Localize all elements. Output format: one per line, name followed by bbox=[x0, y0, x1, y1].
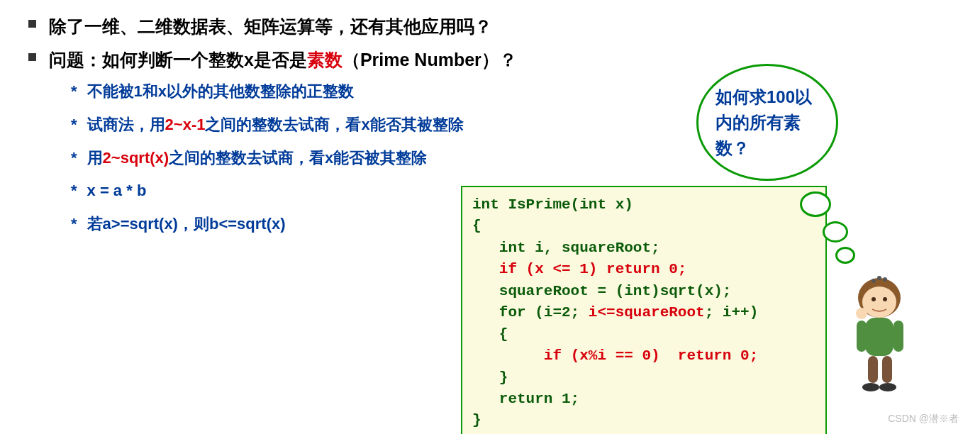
main-bullet-1: 除了一维、二维数据表、矩阵运算等，还有其他应用吗？ bbox=[49, 14, 492, 39]
code-l6r: i<=squareRoot bbox=[589, 304, 705, 321]
main-bullet-2: 问题：如何判断一个整数x是否是素数（Prime Number）？ bbox=[49, 48, 517, 72]
code-l5: squareRoot = (int)sqrt(x); bbox=[472, 283, 731, 299]
s2a: 试商法，用 bbox=[87, 116, 165, 133]
code-l11: } bbox=[472, 412, 481, 428]
s2b: 之间的整数去试商，看x能否其被整除 bbox=[205, 116, 463, 133]
code-l8r: if (x%i == 0) return 0; bbox=[544, 347, 758, 364]
svg-rect-12 bbox=[882, 356, 892, 383]
thinking-character-icon bbox=[838, 271, 923, 399]
s2-red: 2~x-1 bbox=[165, 116, 206, 133]
star-bullet: * bbox=[71, 215, 77, 233]
code-l2: { bbox=[472, 218, 481, 234]
thought-dot-3 bbox=[835, 247, 855, 264]
thought-dot-2 bbox=[823, 221, 848, 243]
svg-point-1 bbox=[862, 286, 896, 318]
svg-rect-7 bbox=[865, 318, 893, 356]
code-l6a: for (i=2; bbox=[472, 304, 589, 321]
b2-red: 素数 bbox=[307, 50, 343, 69]
sub-1: 不能被1和x以外的其他数整除的正整数 bbox=[87, 81, 354, 103]
code-l4r: if (x <= 1) return 0; bbox=[499, 261, 687, 277]
s3a: 用 bbox=[87, 149, 103, 167]
code-l7: { bbox=[472, 326, 508, 343]
svg-point-10 bbox=[856, 308, 867, 319]
sub-3: 用2~sqrt(x)之间的整数去试商，看x能否被其整除 bbox=[87, 148, 428, 169]
code-l4a bbox=[472, 261, 499, 277]
code-l1: int IsPrime(int x) bbox=[472, 196, 633, 213]
code-block: int IsPrime(int x) { int i, squareRoot; … bbox=[461, 186, 827, 434]
code-l3: int i, squareRoot; bbox=[472, 240, 660, 256]
svg-rect-9 bbox=[893, 321, 903, 352]
svg-point-14 bbox=[879, 383, 896, 391]
svg-point-5 bbox=[877, 276, 881, 280]
star-bullet: * bbox=[71, 182, 77, 200]
star-bullet: * bbox=[71, 116, 77, 134]
watermark: CSDN @潜※者 bbox=[888, 413, 959, 425]
code-l8a bbox=[472, 347, 544, 364]
code-l6b: ; i++) bbox=[705, 304, 759, 321]
bullet-square bbox=[28, 20, 36, 28]
sub-5: 若a>=sqrt(x)，则b<=sqrt(x) bbox=[87, 213, 286, 235]
svg-point-2 bbox=[872, 297, 876, 301]
bullet-square bbox=[28, 53, 36, 61]
svg-point-3 bbox=[883, 297, 887, 301]
star-bullet: * bbox=[71, 149, 77, 167]
s3-red: 2~sqrt(x) bbox=[103, 149, 169, 167]
thought-dot-1 bbox=[800, 191, 831, 217]
svg-point-13 bbox=[862, 383, 879, 391]
code-l9: } bbox=[472, 369, 508, 386]
sub-4: x = a * b bbox=[87, 180, 147, 202]
svg-point-4 bbox=[872, 279, 876, 283]
s3b: 之间的整数去试商，看x能否被其整除 bbox=[169, 149, 427, 167]
star-bullet: * bbox=[71, 82, 77, 101]
svg-point-6 bbox=[883, 277, 887, 282]
sub-2: 试商法，用2~x-1之间的整数去试商，看x能否其被整除 bbox=[87, 114, 464, 136]
b2-pre: 问题：如何判断一个整数x是否是 bbox=[49, 50, 307, 69]
b2-post: （Prime Number）？ bbox=[343, 50, 517, 69]
svg-rect-11 bbox=[868, 356, 878, 383]
thought-bubble: 如何求100以内的所有素数？ bbox=[696, 64, 838, 181]
code-l10: return 1; bbox=[472, 391, 579, 407]
thought-text: 如何求100以内的所有素数？ bbox=[715, 84, 819, 161]
svg-rect-8 bbox=[857, 321, 867, 352]
